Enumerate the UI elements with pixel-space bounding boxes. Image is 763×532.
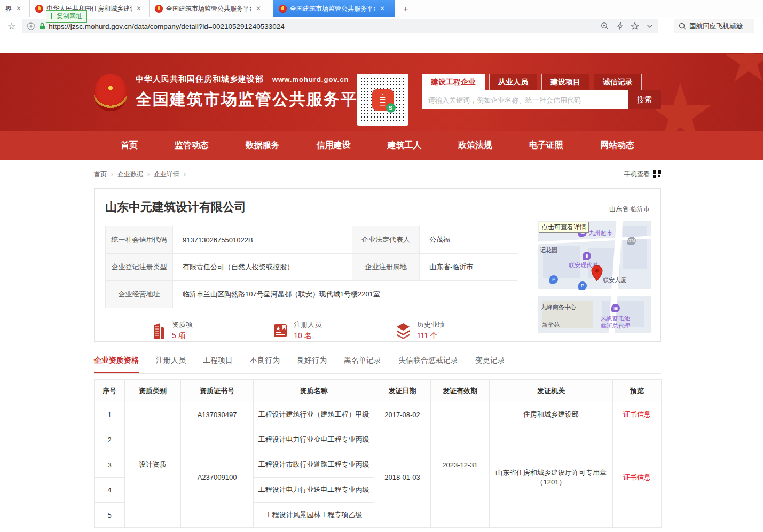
search-button[interactable]: 搜索 (628, 90, 661, 109)
company-name: 山东中元建筑设计有限公司 (105, 199, 650, 215)
chevron-down-icon[interactable] (647, 24, 653, 28)
nav-item-e-license[interactable]: 电子证照 (529, 140, 563, 151)
building-icon (151, 322, 167, 339)
header-qr-code: S (357, 74, 408, 126)
tab-strip: 界 ✕ 中华人民共和国住房和城乡建设 ✕ 全国建筑市场监管公共服务平台 ✕ 全国… (0, 0, 763, 17)
company-stats: 资质项 5 项 注册人员 10 名 历史业绩 (105, 320, 516, 341)
search-tab-construction-enterprise[interactable]: 建设工程企业 (422, 74, 485, 90)
certificate-info-link[interactable]: 证书信息 (623, 410, 651, 418)
qualification-name: 工程设计风景园林工程专项乙级 (254, 503, 374, 528)
search-tab-practitioners[interactable]: 从业人员 (489, 74, 537, 90)
tab-registered-personnel[interactable]: 注册人员 (156, 356, 186, 373)
map-label: ATM (626, 238, 635, 243)
copy-icon (50, 14, 54, 19)
credit-code-value: 91371302675501022B (173, 226, 352, 254)
breadcrumb-separator: › (184, 170, 186, 178)
url-text[interactable]: https://jzsc.mohurd.gov.cn/data/company/… (49, 22, 595, 30)
info-label: 统一社会信用代码 (106, 226, 173, 254)
nav-item-home[interactable]: 首页 (121, 140, 138, 151)
map-label: 凤帆蓄电池 (601, 315, 630, 323)
info-label: 企业登记注册类型 (106, 254, 173, 281)
issuing-authority: 山东省住房和城乡建设厅许可专用章 （1201） (490, 427, 613, 528)
col-header: 序号 (95, 380, 125, 402)
browser-toolbar: ☆ https://jzsc.mohurd.gov.cn/data/compan… (0, 17, 763, 35)
building-poi-icon: ▮ (583, 252, 591, 260)
nav-item-workers[interactable]: 建筑工人 (387, 140, 421, 151)
tab-good-behavior[interactable]: 良好行为 (297, 356, 327, 373)
close-icon[interactable]: ✕ (16, 5, 21, 12)
nav-item-data-services[interactable]: 数据服务 (246, 140, 280, 151)
mobile-view-link[interactable]: 手机查看 (624, 170, 661, 179)
personnel-card-icon (272, 323, 288, 339)
info-label: 企业法定代表人 (352, 226, 420, 254)
tab-bad-behavior[interactable]: 不良行为 (250, 356, 280, 373)
nav-item-policy[interactable]: 政策法规 (458, 140, 492, 151)
info-label: 企业经营地址 (106, 281, 173, 308)
tab-projects[interactable]: 工程项目 (203, 356, 233, 373)
certificate-info-link[interactable]: 证书信息 (623, 473, 651, 481)
map-label: 记花园 (540, 246, 557, 254)
company-info-table: 统一社会信用代码 91371302675501022B 企业法定代表人 公茂福 … (105, 226, 517, 308)
quick-search-box[interactable]: 国航回应飞机颠簸 (674, 19, 754, 33)
shop-poi-icon: ▣ (611, 304, 620, 312)
browser-tab-partial[interactable]: 界 ✕ (0, 0, 30, 17)
qr-center-logo: S (372, 89, 394, 111)
https-lock-icon[interactable] (39, 22, 45, 30)
keyword-search-input[interactable] (422, 90, 628, 109)
browser-tab-jzsc-active[interactable]: 全国建筑市场监管公共服务平台 ✕ (273, 0, 395, 17)
stat-value: 10 名 (294, 331, 321, 341)
close-icon[interactable]: ✕ (380, 5, 385, 12)
bookmark-star-icon[interactable]: ☆ (7, 21, 15, 32)
map-label: 联安大厦 (603, 276, 626, 284)
nav-item-site-news[interactable]: 网站动态 (600, 140, 634, 151)
qr-code-icon (653, 170, 661, 178)
favorite-star-icon[interactable] (631, 22, 639, 30)
lightning-icon[interactable] (617, 22, 623, 30)
company-location-map[interactable]: 点击可查看详情 ▣ 九州超市 ATM 记花园 ▮ 联安现代城 联安大厦 P P … (538, 221, 651, 333)
tab-title: 全国建筑市场监管公共服务平台 (166, 4, 251, 13)
stat-registered-personnel[interactable]: 注册人员 10 名 (272, 320, 394, 341)
copy-url-label: 复制网址 (57, 12, 82, 21)
breadcrumb-company-data[interactable]: 企业数据 (117, 170, 143, 179)
stat-historical-performance[interactable]: 历史业绩 111 个 (395, 320, 516, 341)
issue-date: 2018-01-03 (374, 427, 431, 528)
zoom-out-icon[interactable] (601, 22, 609, 30)
col-header: 资质类别 (125, 380, 181, 402)
qualification-name: 工程设计电力行业变电工程专业丙级 (254, 427, 374, 452)
shield-permission-icon[interactable] (27, 22, 35, 30)
cert-no: A237009100 (181, 427, 254, 528)
stat-label: 历史业绩 (417, 320, 445, 330)
copy-url-tooltip[interactable]: 复制网址 (46, 10, 87, 23)
detail-tabs: 企业资质资格 注册人员 工程项目 不良行为 良好行为 黑名单记录 失信联合惩戒记… (94, 356, 661, 374)
tab-qualifications[interactable]: 企业资质资格 (94, 356, 139, 373)
reg-type-value: 有限责任公司（自然人投资或控股） (173, 254, 352, 281)
search-tab-projects[interactable]: 建设项目 (541, 74, 589, 90)
stat-label: 注册人员 (294, 320, 321, 330)
tab-blacklist[interactable]: 黑名单记录 (344, 356, 381, 373)
close-icon[interactable]: ✕ (256, 5, 261, 12)
browser-tab-jzsc-1[interactable]: 全国建筑市场监管公共服务平台 ✕ (150, 0, 273, 17)
header-search-widget: 建设工程企业 从业人员 建设项目 诚信记录 搜索 (422, 74, 661, 109)
stat-value: 111 个 (417, 331, 445, 341)
breadcrumb-company-detail[interactable]: 企业详情 (154, 170, 179, 179)
stat-qualifications[interactable]: 资质项 5 项 (151, 320, 272, 341)
new-tab-button[interactable]: ＋ (395, 0, 416, 17)
row-no: 2 (95, 427, 125, 452)
valid-until: 2023-12-31 (431, 402, 490, 528)
breadcrumb-home[interactable]: 首页 (94, 170, 107, 179)
close-icon[interactable]: ✕ (136, 5, 141, 12)
site-favicon-icon (35, 5, 43, 13)
address-bar-actions (601, 22, 653, 30)
ministry-name: 中华人民共和国住房和城乡建设部 (136, 74, 264, 83)
tab-dishonesty-records[interactable]: 失信联合惩戒记录 (398, 356, 458, 373)
table-row: 1 设计资质 A137030497 工程设计建筑行业（建筑工程）甲级 2017-… (95, 402, 662, 427)
nav-item-credit[interactable]: 信用建设 (317, 140, 351, 151)
search-tab-credit-records[interactable]: 诚信记录 (594, 74, 642, 90)
platform-title: 全国建筑市场监管公共服务平台 (136, 89, 375, 111)
nav-item-supervision[interactable]: 监管动态 (175, 140, 209, 151)
tab-title: 全国建筑市场监管公共服务平台 (290, 4, 375, 13)
issue-date: 2017-08-02 (374, 402, 431, 427)
tab-change-records[interactable]: 变更记录 (475, 356, 505, 373)
address-bar[interactable]: https://jzsc.mohurd.gov.cn/data/company/… (22, 19, 658, 33)
map-label: 九峰商务中心 (541, 303, 576, 311)
